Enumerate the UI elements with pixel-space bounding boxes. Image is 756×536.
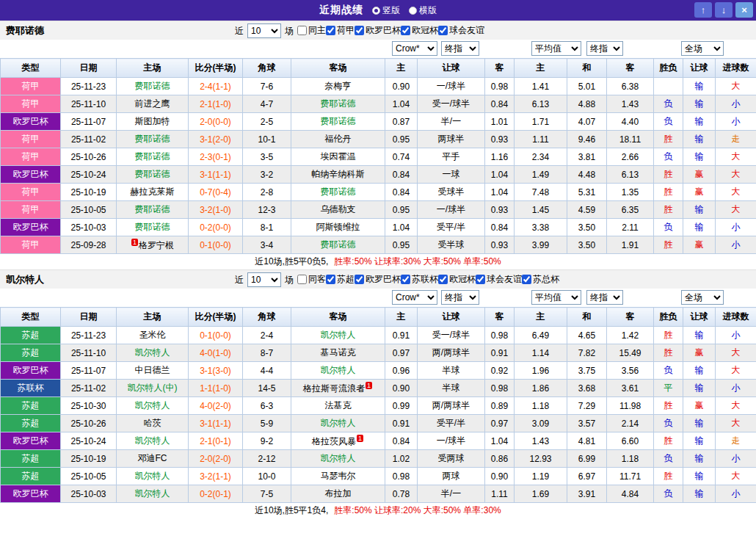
match-row: 荷甲25-11-23费耶诺德2-4(1-1)7-6奈梅亨0.90一/球半0.98…: [1, 78, 756, 95]
bookmaker-select[interactable]: Crow*: [392, 41, 437, 56]
checkbox-input[interactable]: [297, 275, 307, 284]
checkbox-input[interactable]: [401, 275, 410, 284]
team-link[interactable]: 格罗宁根: [139, 240, 174, 250]
team-link[interactable]: 布拉加: [325, 488, 352, 499]
team-link[interactable]: 费耶诺德: [135, 169, 170, 179]
league-filter-checkbox[interactable]: 球会友谊: [438, 24, 484, 37]
team-link[interactable]: 费耶诺德: [135, 151, 170, 162]
team-link[interactable]: 埃因霍温: [321, 151, 356, 162]
column-header: 胜负: [654, 59, 683, 78]
odds-stage-select[interactable]: 终指: [441, 290, 479, 305]
handicap-away-odds: 0.93: [485, 236, 515, 254]
checkbox-input[interactable]: [522, 275, 531, 284]
league-filter-checkbox[interactable]: 欧冠杯: [438, 273, 476, 286]
checkbox-input[interactable]: [326, 275, 335, 284]
team-link[interactable]: 费耶诺德: [135, 81, 170, 91]
handicap-away-odds: 0.98: [485, 327, 515, 344]
team-link[interactable]: 费耶诺德: [321, 239, 356, 250]
team-link[interactable]: 费耶诺德: [321, 116, 356, 126]
average-stage-select[interactable]: 终指: [586, 290, 623, 305]
score: 4-0(2-0): [189, 397, 243, 415]
team-link[interactable]: 费耶诺德: [321, 186, 356, 197]
league-filter-checkbox[interactable]: 欧罗巴杯: [355, 24, 401, 37]
scroll-down-button[interactable]: ↓: [715, 2, 733, 18]
team-link[interactable]: 凯尔特人: [321, 330, 356, 340]
recent-count-select[interactable]: 10: [247, 272, 281, 287]
layout-radio-horizontal[interactable]: 横版: [409, 4, 437, 17]
team-link[interactable]: 格拉茨风暴: [312, 436, 356, 446]
team-link[interactable]: 马瑟韦尔: [321, 471, 356, 481]
column-header: 主: [515, 59, 567, 78]
recent-count-select[interactable]: 10: [247, 23, 281, 38]
league-filter-checkbox[interactable]: 欧罗巴杯: [355, 273, 401, 286]
team-link[interactable]: 费耶诺德: [135, 222, 170, 232]
scope-select[interactable]: 全场: [681, 290, 724, 305]
bookmaker-select[interactable]: Crow*: [392, 290, 437, 305]
close-button[interactable]: ×: [735, 2, 753, 18]
team-link[interactable]: 凯尔特人(中): [128, 383, 178, 393]
handicap-away-odds: 0.90: [485, 468, 515, 485]
team-link[interactable]: 斯图加特: [135, 116, 170, 126]
checkbox-input[interactable]: [297, 26, 307, 35]
checkbox-label: 欧冠杯: [412, 24, 438, 37]
checkbox-input[interactable]: [326, 26, 335, 35]
league-filter-checkbox[interactable]: 同主: [297, 24, 326, 37]
team-link[interactable]: 费耶诺德: [135, 134, 170, 144]
team-link[interactable]: 前进之鹰: [135, 98, 170, 109]
avg-draw-odds: 4.88: [567, 95, 607, 113]
scroll-up-button[interactable]: ↑: [694, 2, 712, 18]
team-link[interactable]: 法基克: [325, 400, 352, 410]
column-header: 客: [485, 308, 515, 327]
checkbox-input[interactable]: [438, 275, 448, 284]
corner-count: 12-3: [243, 201, 291, 219]
league-filter-checkbox[interactable]: 苏总杯: [522, 273, 559, 286]
layout-radio-vertical[interactable]: 竖版: [372, 4, 400, 17]
team-link[interactable]: 凯尔特人: [135, 435, 170, 446]
avg-home-odds: 6.13: [515, 95, 567, 113]
title-bar: 近期战绩 竖版 横版 ↑ ↓ ×: [0, 0, 756, 21]
scope-select[interactable]: 全场: [681, 41, 724, 56]
league-filter-group: 同客苏超欧罗巴杯苏联杯欧冠杯球会友谊苏总杯: [297, 273, 559, 286]
team-link[interactable]: 乌德勒支: [321, 204, 356, 214]
team-link[interactable]: 邓迪FC: [138, 453, 167, 463]
league-filter-checkbox[interactable]: 球会友谊: [476, 273, 522, 286]
team-link[interactable]: 帕纳辛纳科斯: [312, 169, 365, 179]
team-link[interactable]: 凯尔特人: [321, 365, 356, 375]
team-link[interactable]: 凯尔特人: [135, 471, 170, 481]
team-link[interactable]: 中日德兰: [135, 365, 170, 375]
league-filter-checkbox[interactable]: 欧冠杯: [401, 24, 438, 37]
checkbox-input[interactable]: [476, 275, 485, 284]
team-link[interactable]: 圣米伦: [139, 330, 166, 340]
team-link[interactable]: 凯尔特人: [135, 488, 170, 499]
league-filter-checkbox[interactable]: 苏联杯: [401, 273, 438, 286]
team-link[interactable]: 格拉斯哥流浪者: [303, 383, 365, 394]
checkbox-input[interactable]: [355, 26, 364, 35]
team-link[interactable]: 赫拉克莱斯: [131, 186, 175, 197]
team-link[interactable]: 奈梅亨: [325, 81, 352, 91]
avg-draw-odds: 4.65: [567, 327, 607, 344]
team-link[interactable]: 基马诺克: [321, 347, 356, 358]
odds-stage-select[interactable]: 终指: [441, 41, 479, 56]
team-link[interactable]: 哈茨: [144, 418, 161, 428]
result-cell: 胜: [654, 468, 683, 485]
team-link[interactable]: 凯尔特人: [135, 347, 170, 358]
average-select[interactable]: 平均值: [531, 41, 581, 56]
result-cell: 胜: [654, 166, 683, 184]
average-stage-select[interactable]: 终指: [586, 41, 623, 56]
checkbox-input[interactable]: [355, 275, 364, 284]
league-filter-checkbox[interactable]: 同客: [297, 273, 326, 286]
league-filter-checkbox[interactable]: 苏超: [326, 273, 355, 286]
team-link[interactable]: 福伦丹: [325, 134, 352, 144]
team-link[interactable]: 凯尔特人: [321, 418, 356, 428]
league-filter-checkbox[interactable]: 荷甲: [326, 24, 355, 37]
checkbox-input[interactable]: [401, 26, 410, 35]
handicap-away-odds: 0.98: [485, 380, 515, 397]
team-link[interactable]: 阿斯顿维拉: [316, 222, 360, 232]
avg-draw-odds: 7.29: [567, 397, 607, 415]
checkbox-input[interactable]: [438, 26, 448, 35]
team-link[interactable]: 费耶诺德: [135, 204, 170, 214]
team-link[interactable]: 凯尔特人: [321, 453, 356, 463]
team-link[interactable]: 费耶诺德: [321, 98, 356, 109]
average-select[interactable]: 平均值: [531, 290, 581, 305]
team-link[interactable]: 凯尔特人: [135, 400, 170, 410]
